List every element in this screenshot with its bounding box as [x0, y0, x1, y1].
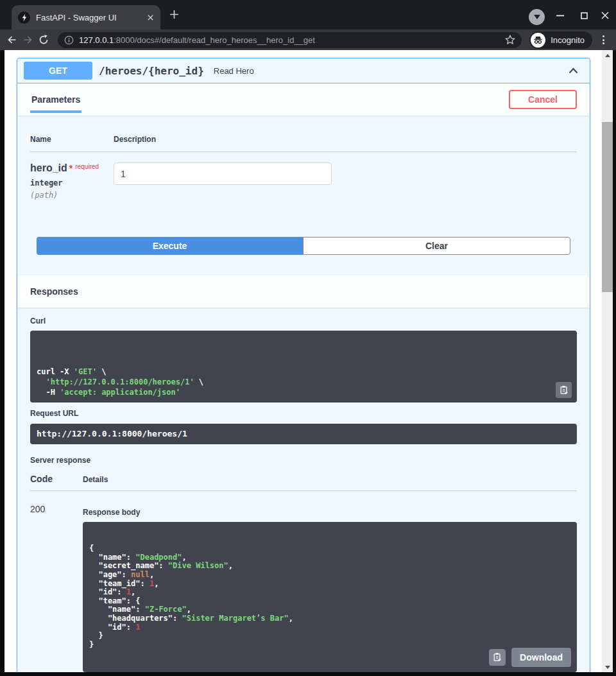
curl-label: Curl	[30, 316, 577, 325]
page-content: GET /heroes/{hero_id} Read Hero Paramete…	[4, 50, 613, 672]
parameters-header: Parameters Cancel	[17, 83, 590, 116]
hero-id-input[interactable]	[114, 162, 332, 185]
browser-menu-icon[interactable]	[597, 35, 610, 44]
new-tab-button[interactable]	[169, 10, 179, 19]
parameters-table: Name Description hero_id*required intege…	[17, 116, 590, 237]
maximize-button[interactable]	[574, 8, 594, 23]
download-button[interactable]: Download	[511, 648, 571, 667]
parameter-name: hero_id*required	[30, 162, 114, 174]
responses-title: Responses	[30, 282, 78, 300]
url-bar[interactable]: 127.0.0.1:8000/docs#/default/read_hero_h…	[58, 32, 522, 48]
fastapi-favicon-icon	[18, 12, 30, 24]
execute-row: Execute Clear	[17, 237, 590, 275]
browser-tab[interactable]: FastAPI - Swagger UI	[12, 5, 160, 30]
status-code: 200	[30, 504, 83, 672]
bookmark-star-icon[interactable]	[505, 35, 515, 45]
url-host: 127.0.0.1	[79, 35, 114, 45]
parameter-type: integer	[30, 178, 114, 187]
col-description-header: Description	[114, 135, 577, 144]
required-star: *	[69, 163, 73, 173]
forward-button[interactable]	[22, 35, 33, 45]
responses-header: Responses	[17, 275, 590, 308]
window-close-button[interactable]	[595, 8, 615, 23]
swagger-page: GET /heroes/{hero_id} Read Hero Paramete…	[4, 50, 602, 672]
clear-button[interactable]: Clear	[303, 237, 570, 255]
browser-toolbar: 127.0.0.1:8000/docs#/default/read_hero_h…	[0, 30, 616, 50]
scroll-up-icon[interactable]	[602, 50, 613, 60]
request-url-value: http://127.0.0.1:8000/heroes/1	[37, 429, 187, 438]
response-table-head: Code Details	[30, 474, 577, 491]
response-row-200: 200 Response body { "name": "Deadpond", …	[30, 491, 577, 672]
copy-curl-button[interactable]	[556, 382, 572, 398]
page-scrollbar[interactable]	[602, 50, 613, 672]
required-label: required	[75, 163, 99, 170]
endpoint-summary: Read Hero	[214, 66, 254, 76]
scrollbar-thumb[interactable]	[602, 122, 613, 292]
method-badge: GET	[24, 62, 92, 80]
request-url-label: Request URL	[30, 409, 577, 418]
parameters-table-head: Name Description	[30, 135, 577, 152]
response-body-label: Response body	[83, 508, 577, 517]
opblock-header[interactable]: GET /heroes/{hero_id} Read Hero	[17, 58, 590, 83]
cancel-button[interactable]: Cancel	[509, 90, 577, 109]
opblock-get-heroes: GET /heroes/{hero_id} Read Hero Paramete…	[17, 58, 590, 672]
copy-response-button[interactable]	[489, 649, 506, 666]
tab-search-icon[interactable]	[529, 9, 545, 25]
curl-command-block: curl -X 'GET' \ 'http://127.0.0.1:8000/h…	[30, 331, 577, 403]
parameter-name-cell: hero_id*required integer (path)	[30, 162, 114, 200]
request-url-block: http://127.0.0.1:8000/heroes/1	[30, 424, 577, 444]
parameter-row-hero-id: hero_id*required integer (path)	[30, 152, 577, 237]
url-text: 127.0.0.1:8000/docs#/default/read_hero_h…	[79, 35, 500, 45]
collapse-chevron-icon[interactable]	[563, 65, 583, 76]
col-code-header: Code	[30, 474, 83, 484]
tab-parameters[interactable]: Parameters	[30, 86, 81, 113]
col-name-header: Name	[30, 135, 114, 144]
parameter-description-cell	[114, 162, 577, 200]
incognito-icon	[531, 33, 545, 48]
server-response-label: Server response	[30, 456, 577, 465]
parameter-location: (path)	[30, 191, 114, 200]
response-body-block: { "name": "Deadpond", "secret_name": "Di…	[83, 522, 577, 672]
tab-title: FastAPI - Swagger UI	[36, 13, 141, 22]
response-details-cell: Response body { "name": "Deadpond", "sec…	[83, 504, 577, 672]
response-body-actions: Download	[489, 648, 571, 667]
site-info-icon[interactable]	[64, 35, 74, 45]
incognito-label: Incognito	[551, 35, 585, 45]
incognito-badge: Incognito	[529, 31, 592, 49]
tab-close-icon[interactable]	[147, 14, 154, 21]
execute-button[interactable]: Execute	[37, 237, 303, 255]
scroll-down-icon[interactable]	[602, 662, 613, 672]
minimize-button[interactable]	[551, 8, 570, 23]
endpoint-path: /heroes/{hero_id}	[99, 65, 204, 77]
responses-content: Curl curl -X 'GET' \ 'http://127.0.0.1:8…	[17, 308, 590, 672]
col-details-header: Details	[83, 475, 577, 484]
back-button[interactable]	[6, 35, 17, 45]
browser-titlebar: FastAPI - Swagger UI	[0, 0, 616, 30]
reload-button[interactable]	[38, 35, 49, 45]
url-path: :8000/docs#/default/read_hero_heroes__he…	[114, 35, 315, 45]
